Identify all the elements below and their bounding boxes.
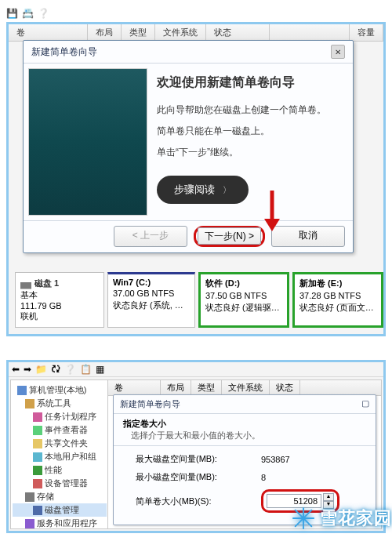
step-read-button[interactable]: 步骤阅读 〉	[157, 176, 249, 204]
volume-e-status: 状态良好 (页面文件, 主	[299, 302, 376, 314]
tree-services-apps[interactable]: 服务和应用程序	[13, 517, 107, 529]
next-button-highlight: 下一步(N) >	[194, 226, 265, 247]
volume-grid-header: 卷 布局 类型 文件系统 状态 容量	[9, 24, 383, 42]
tree-storage-label: 存储	[37, 491, 54, 503]
col-filesystem[interactable]: 文件系统	[155, 24, 206, 41]
volume-d-size: 37.50 GB NTFS	[205, 291, 282, 300]
tree-device-manager-label: 设备管理器	[45, 477, 88, 489]
col-status[interactable]: 状态	[206, 24, 270, 41]
wizard2-title: 新建简单卷向导	[120, 398, 180, 410]
tree-event-viewer[interactable]: 事件查看器	[13, 423, 107, 437]
col2-layout[interactable]: 布局	[161, 380, 191, 395]
volume-c[interactable]: Win7 (C:) 37.00 GB NTFS 状态良好 (系统, 启动,	[107, 272, 195, 328]
watermark-text: 雪花家园	[320, 507, 392, 530]
tree-device-manager[interactable]: 设备管理器	[13, 477, 107, 490]
users-icon	[33, 452, 42, 462]
col-capacity[interactable]: 容量	[350, 24, 383, 41]
tree-disk-management-label: 磁盘管理	[45, 504, 79, 516]
storage-icon	[25, 492, 34, 502]
screenshot-wizard-welcome: 卷 布局 类型 文件系统 状态 容量 新建简单卷向导 ✕ 欢迎使用新建简单卷向导…	[6, 22, 386, 336]
col2-filesystem[interactable]: 文件系统	[222, 380, 270, 395]
help-icon[interactable]: ❔	[64, 364, 76, 375]
wizard2-subheading: 指定卷大小	[123, 418, 366, 430]
tree-services-apps-label: 服务和应用程序	[37, 517, 97, 529]
volume-c-size: 37.00 GB NTFS	[113, 289, 190, 298]
snowflake-icon	[292, 507, 315, 530]
min-space-label: 最小磁盘空间量(MB):	[136, 471, 261, 483]
col-type[interactable]: 类型	[122, 24, 155, 41]
folder-icon	[33, 439, 42, 448]
col2-type[interactable]: 类型	[191, 380, 222, 395]
next-button[interactable]: 下一步(N) >	[198, 227, 261, 245]
volume-e-title: 新加卷 (E:)	[299, 278, 376, 289]
tree-task-scheduler[interactable]: 任务计划程序	[13, 410, 107, 423]
tree-system-tools[interactable]: 系统工具	[13, 397, 107, 410]
toolbar-mmc: ⬅ ➡ 📁 🗘 ❔ 📋 ▦	[9, 362, 383, 377]
tools-icon	[25, 399, 34, 408]
mmc-tree[interactable]: 算机管理(本地) 系统工具 任务计划程序 事件查看器 共享文件夹 本地用户和组 …	[10, 379, 109, 529]
col2-volume[interactable]: 卷	[108, 380, 161, 395]
volume-d[interactable]: 软件 (D:) 37.50 GB NTFS 状态良好 (逻辑驱动器	[198, 272, 289, 328]
perf-icon	[33, 466, 42, 475]
spin-up-icon[interactable]: ▲	[323, 493, 334, 501]
disk-size: 111.79 GB	[20, 301, 99, 310]
tree-local-users[interactable]: 本地用户和组	[13, 450, 107, 463]
tree-shared-folders-label: 共享文件夹	[45, 438, 88, 449]
watermark: 雪花家园	[292, 507, 392, 530]
volume-size-label: 简单卷大小(MB)(S):	[136, 496, 261, 507]
tree-storage[interactable]: 存储	[13, 490, 107, 503]
volume-c-status: 状态良好 (系统, 启动,	[113, 300, 190, 311]
wizard2-description: 选择介于最大和最小值的卷大小。	[123, 430, 366, 441]
save-icon[interactable]: 💾	[6, 8, 17, 19]
disk-map: 磁盘 1 基本 111.79 GB 联机 Win7 (C:) 37.00 GB …	[15, 272, 383, 328]
disk-state: 联机	[20, 310, 99, 322]
cancel-button[interactable]: 取消	[271, 226, 345, 247]
scheduler-icon	[33, 412, 42, 422]
services-icon	[25, 519, 34, 528]
col2-status[interactable]: 状态	[270, 380, 300, 395]
wizard-specify-size: 新建简单卷向导 ▢ 指定卷大小 选择介于最大和最小值的卷大小。 最大磁盘空间量(…	[113, 394, 376, 525]
disk-name: 磁盘 1	[34, 278, 59, 289]
tree-performance[interactable]: 性能	[13, 463, 107, 477]
disk-mgmt-icon	[33, 506, 42, 515]
col-volume[interactable]: 卷	[9, 24, 88, 41]
tree-local-users-label: 本地用户和组	[45, 451, 96, 463]
folder-icon[interactable]: 📁	[35, 364, 47, 375]
volume-e[interactable]: 新加卷 (E:) 37.28 GB NTFS 状态良好 (页面文件, 主	[292, 272, 383, 328]
tree-task-scheduler-label: 任务计划程序	[45, 411, 96, 423]
min-space-value: 8	[261, 473, 324, 482]
close-icon[interactable]: ✕	[331, 45, 345, 59]
back-button: < 上一步	[114, 226, 187, 247]
properties-icon[interactable]: 📇	[22, 8, 33, 19]
red-arrow-annotation	[264, 191, 280, 231]
wizard-text-3: 单击“下一步”继续。	[157, 146, 342, 159]
disk-header[interactable]: 磁盘 1 基本 111.79 GB 联机	[15, 272, 104, 328]
forward-icon[interactable]: ➡	[24, 364, 31, 375]
list-icon[interactable]: 📋	[80, 364, 92, 375]
help-icon[interactable]: ❔	[38, 8, 49, 19]
col-layout[interactable]: 布局	[88, 24, 122, 41]
svg-marker-1	[264, 219, 280, 231]
back-icon[interactable]: ⬅	[12, 364, 20, 375]
wizard-text-2: 简单卷只能在单一磁盘上。	[157, 125, 342, 138]
wizard-text-1: 此向导帮助您在磁盘上创建一个简单卷。	[157, 103, 342, 117]
computer-icon	[17, 386, 27, 395]
wizard-title: 新建简单卷向导	[31, 45, 97, 59]
volume-d-title: 软件 (D:)	[205, 278, 282, 289]
wizard-banner-image	[28, 68, 147, 216]
disk-icon	[20, 278, 31, 289]
tree-shared-folders[interactable]: 共享文件夹	[13, 437, 107, 450]
volume-grid-header-2: 卷 布局 类型 文件系统 状态	[108, 380, 381, 396]
tree-system-tools-label: 系统工具	[37, 398, 71, 409]
tree-disk-management[interactable]: 磁盘管理	[13, 503, 107, 517]
close-icon[interactable]: ▢	[361, 398, 369, 410]
event-icon	[33, 426, 42, 435]
toolbar-top: 💾 📇 ❔	[6, 6, 386, 22]
max-space-label: 最大磁盘空间量(MB):	[136, 453, 261, 465]
refresh-icon[interactable]: 🗘	[51, 364, 60, 375]
disk-kind: 基本	[20, 289, 99, 301]
chevron-right-icon: 〉	[223, 184, 231, 196]
volume-d-status: 状态良好 (逻辑驱动器	[205, 302, 282, 314]
tree-root[interactable]: 算机管理(本地)	[13, 383, 107, 397]
grid-icon[interactable]: ▦	[96, 364, 104, 375]
